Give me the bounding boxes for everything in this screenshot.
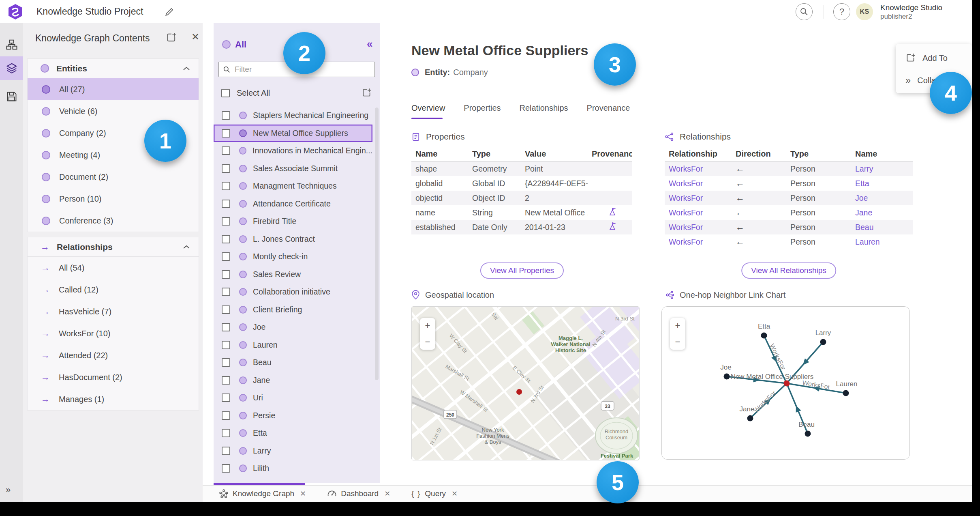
item-checkbox[interactable] bbox=[222, 182, 230, 190]
item-checkbox[interactable] bbox=[222, 252, 230, 261]
related-entity-link[interactable]: Jane bbox=[851, 208, 913, 217]
center-graph-node[interactable] bbox=[784, 381, 790, 387]
related-entity-link[interactable]: Beau bbox=[851, 223, 913, 232]
relationship-row[interactable]: WorksFor←PersonLauren bbox=[665, 234, 913, 249]
entities-header[interactable]: Entities bbox=[28, 59, 199, 78]
add-to-map-icon[interactable] bbox=[362, 88, 372, 98]
entity-list-item[interactable]: Attendance Certificate bbox=[214, 195, 372, 213]
entity-type-item[interactable]: Vehicle (6) bbox=[28, 100, 199, 122]
provenance-flag-icon[interactable] bbox=[609, 222, 617, 230]
item-checkbox[interactable] bbox=[222, 411, 230, 420]
item-checkbox[interactable] bbox=[222, 164, 230, 173]
item-checkbox[interactable] bbox=[222, 429, 230, 437]
entity-type-item[interactable]: Conference (3) bbox=[28, 210, 199, 232]
relationship-row[interactable]: WorksFor←PersonJoe bbox=[665, 191, 913, 205]
relationship-row[interactable]: WorksFor←PersonEtta bbox=[665, 176, 913, 191]
entity-list-item[interactable]: Lauren bbox=[214, 336, 372, 354]
list-scrollbar[interactable] bbox=[375, 108, 379, 380]
entity-list-item[interactable]: Innovations in Mechanical Engin... bbox=[214, 142, 372, 160]
tab-provenance[interactable]: Provenance bbox=[587, 103, 630, 119]
chevron-up-icon[interactable] bbox=[183, 245, 190, 249]
relationship-row[interactable]: WorksFor←PersonBeau bbox=[665, 220, 913, 234]
zoom-in-button[interactable]: + bbox=[670, 318, 685, 334]
relationship-type-item[interactable]: → Manages (1) bbox=[28, 388, 199, 410]
item-checkbox[interactable] bbox=[222, 358, 230, 367]
help-button[interactable]: ? bbox=[833, 3, 850, 20]
view-tab-query[interactable]: { }Query✕ bbox=[411, 489, 458, 498]
entity-list-item[interactable]: Lilith bbox=[214, 460, 372, 477]
property-row[interactable]: nameStringNew Metal Office ... bbox=[411, 205, 632, 220]
entity-list-item[interactable]: Uri bbox=[214, 389, 372, 407]
add-to-button[interactable]: Add To bbox=[905, 53, 948, 63]
graph-node[interactable] bbox=[747, 415, 753, 421]
relationship-link[interactable]: WorksFor bbox=[665, 208, 732, 217]
entity-list-item[interactable]: Etta bbox=[214, 424, 372, 442]
provenance-flag-icon[interactable] bbox=[609, 208, 617, 216]
graph-node[interactable] bbox=[724, 374, 730, 380]
item-checkbox[interactable] bbox=[222, 146, 230, 155]
tab-overview[interactable]: Overview bbox=[411, 103, 445, 119]
relationship-link[interactable]: WorksFor bbox=[665, 223, 732, 232]
view-all-relationships-button[interactable]: View All Relationships bbox=[741, 262, 836, 279]
related-entity-link[interactable]: Joe bbox=[851, 194, 913, 203]
item-checkbox[interactable] bbox=[222, 323, 230, 331]
view-tab-dashboard[interactable]: Dashboard✕ bbox=[327, 489, 390, 499]
item-checkbox[interactable] bbox=[222, 341, 230, 349]
collapse-panel-icon[interactable]: « bbox=[367, 38, 372, 50]
provenance-cell[interactable] bbox=[588, 222, 632, 232]
expand-rail-button[interactable]: » bbox=[6, 485, 10, 495]
rail-datamodel-button[interactable] bbox=[0, 33, 23, 56]
entity-list-item[interactable]: Larry bbox=[214, 442, 372, 460]
graph-node[interactable] bbox=[820, 339, 826, 345]
entity-list-item[interactable]: Staplers Mechanical Engineering bbox=[214, 107, 372, 125]
graph-node[interactable] bbox=[843, 390, 849, 396]
entity-list-item[interactable]: Jane bbox=[214, 372, 372, 389]
relationship-type-item[interactable]: → Attended (22) bbox=[28, 344, 199, 366]
entity-type-item[interactable]: Person (10) bbox=[28, 188, 199, 210]
item-checkbox[interactable] bbox=[222, 288, 230, 296]
graph-node[interactable] bbox=[805, 431, 811, 437]
zoom-out-button[interactable]: − bbox=[670, 334, 685, 350]
relationship-type-item[interactable]: → WorksFor (10) bbox=[28, 322, 199, 344]
relationship-type-item[interactable]: → HasDocument (2) bbox=[28, 366, 199, 388]
relationship-row[interactable]: WorksFor←PersonLarry bbox=[665, 161, 913, 176]
entity-list-item[interactable]: Managment Techniques bbox=[214, 177, 372, 195]
entity-type-item[interactable]: All (27) bbox=[28, 78, 199, 100]
close-tab-icon[interactable]: ✕ bbox=[300, 489, 306, 498]
relationship-link[interactable]: WorksFor bbox=[665, 194, 732, 203]
relationship-type-item[interactable]: → All (54) bbox=[28, 257, 199, 279]
property-row[interactable]: globalidGlobal ID{A228944F-0EF5-... bbox=[411, 176, 632, 191]
search-button[interactable] bbox=[796, 3, 813, 20]
tab-relationships[interactable]: Relationships bbox=[520, 103, 568, 119]
item-checkbox[interactable] bbox=[222, 200, 230, 208]
view-tab-knowledge-graph[interactable]: Knowledge Graph✕ bbox=[219, 489, 306, 499]
graph-node[interactable] bbox=[761, 333, 767, 339]
item-checkbox[interactable] bbox=[222, 270, 230, 279]
view-all-properties-button[interactable]: View All Properties bbox=[480, 262, 564, 279]
item-checkbox[interactable] bbox=[222, 464, 230, 473]
property-row[interactable]: establishedDate Only2014-01-23 bbox=[411, 220, 632, 234]
item-checkbox[interactable] bbox=[222, 393, 230, 402]
property-row[interactable]: shapeGeometryPoint bbox=[411, 161, 632, 176]
item-checkbox[interactable] bbox=[222, 217, 230, 226]
property-row[interactable]: objectidObject ID2 bbox=[411, 191, 632, 205]
entity-list-item[interactable]: Firebird Title bbox=[214, 213, 372, 230]
entity-list-item[interactable]: Collaboration initiative bbox=[214, 283, 372, 301]
rail-contents-button[interactable] bbox=[0, 56, 23, 80]
entity-list-item[interactable]: Sales Associate Summit bbox=[214, 160, 372, 178]
entity-list-item[interactable]: New Metal Office Suppliers bbox=[214, 125, 372, 142]
entity-list-item[interactable]: Montly check-in bbox=[214, 248, 372, 266]
relationship-type-item[interactable]: → HasVehicle (7) bbox=[28, 301, 199, 322]
item-checkbox[interactable] bbox=[222, 129, 230, 138]
add-to-map-icon[interactable] bbox=[166, 32, 177, 43]
close-panel-icon[interactable]: ✕ bbox=[191, 31, 199, 43]
relationship-type-item[interactable]: → Called (12) bbox=[28, 279, 199, 301]
provenance-cell[interactable] bbox=[588, 208, 632, 218]
close-tab-icon[interactable]: ✕ bbox=[384, 489, 390, 498]
entity-type-item[interactable]: Document (2) bbox=[28, 166, 199, 188]
entity-list-item[interactable]: Joe bbox=[214, 318, 372, 336]
select-all-checkbox[interactable] bbox=[221, 89, 230, 97]
zoom-in-button[interactable]: + bbox=[420, 318, 435, 334]
chevron-up-icon[interactable] bbox=[183, 67, 190, 71]
relationship-link[interactable]: WorksFor bbox=[665, 237, 732, 247]
